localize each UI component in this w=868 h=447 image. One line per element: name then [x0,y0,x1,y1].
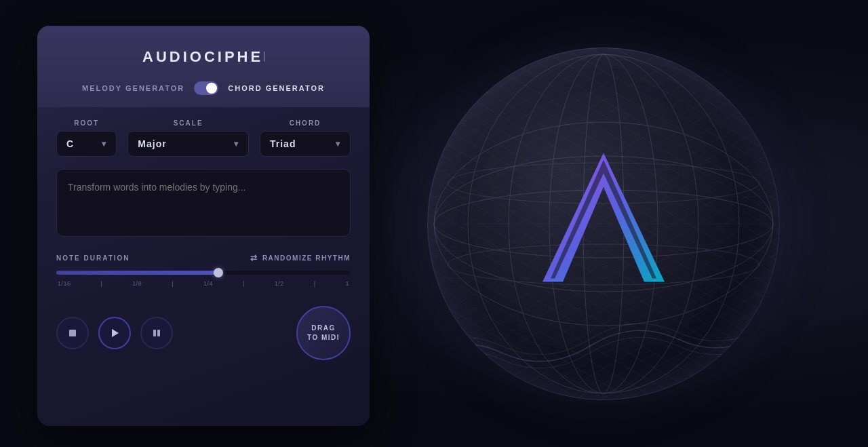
marker-1-2: 1/2 [275,280,284,287]
marker-1-8: 1/8 [132,280,142,287]
root-value: C [66,138,74,149]
svg-rect-17 [153,330,156,336]
marker-1-8-label: 1/8 [132,280,142,287]
stop-button[interactable] [56,317,89,349]
brand-logo: AUDIOCIPHER [142,45,264,71]
brand-logo-svg: AUDIOCIPHER [142,45,264,66]
svg-point-4 [448,244,760,285]
plugin-panel: AUDIOCIPHER MELODY GENERATOR CHORD GENER… [37,26,370,426]
svg-point-0 [434,190,773,258]
drag-to-midi-button[interactable]: DRAGTO MIDI [296,306,351,360]
panel-header: AUDIOCIPHER MELODY GENERATOR CHORD GENER… [37,26,370,107]
root-label: ROOT [56,119,117,127]
marker-tick-4: | [314,280,316,287]
marker-1-label: 1 [345,280,349,287]
pause-button[interactable] [140,317,173,349]
slider-track[interactable] [56,271,351,275]
svg-point-7 [509,54,698,393]
marker-1-16: 1/16 [58,280,71,287]
marker-1-16-label: 1/16 [58,280,71,287]
toggle-knob [206,83,217,94]
root-dropdown-group: ROOT C ▾ [56,119,117,157]
marker-tick-3-label: | [243,280,245,287]
mode-toggle[interactable] [194,81,218,95]
marker-tick-4-label: | [314,280,316,287]
scale-label: SCALE [127,119,249,127]
marker-tick-2-label: | [172,280,174,287]
melody-text-input[interactable] [56,169,351,237]
toggle-row: MELODY GENERATOR CHORD GENERATOR [82,81,325,95]
randomize-icon: ⇄ [250,253,258,263]
svg-point-1 [434,156,773,292]
randomize-rhythm-button[interactable]: ⇄ RANDOMIZE RHYTHM [250,253,351,263]
svg-point-8 [468,54,739,393]
root-chevron-icon: ▾ [102,139,106,149]
marker-tick-3: | [243,280,245,287]
melody-generator-label: MELODY GENERATOR [82,84,184,92]
slider-markers-row: 1/16 | 1/8 | 1/4 | 1/2 | [56,280,351,287]
note-duration-slider-container [56,271,351,275]
chord-chevron-icon: ▾ [336,139,340,149]
slider-fill [56,271,218,275]
svg-marker-16 [112,329,119,337]
note-duration-row: NOTE DURATION ⇄ RANDOMIZE RHYTHM [56,253,351,263]
svg-text:AUDIOCIPHER: AUDIOCIPHER [142,48,264,65]
playback-controls-row: DRAGTO MIDI [56,306,351,360]
root-dropdown[interactable]: C ▾ [56,131,117,157]
globe-waves [427,305,766,387]
marker-1-2-label: 1/2 [275,280,284,287]
slider-thumb[interactable] [214,268,223,277]
svg-rect-15 [69,330,76,336]
chord-dropdown-group: CHORD Triad ▾ [260,119,351,157]
marker-1-4-label: 1/4 [203,280,213,287]
lambda-logo [536,146,671,295]
stop-icon [68,328,77,338]
pause-icon [152,328,161,338]
drag-midi-label: DRAGTO MIDI [307,324,340,343]
scale-chevron-icon: ▾ [234,139,239,149]
play-icon [109,328,120,338]
svg-point-3 [448,163,760,203]
chord-label: CHORD [260,119,351,127]
chord-value: Triad [270,138,296,149]
scale-dropdown[interactable]: Major ▾ [127,131,249,157]
svg-rect-18 [157,330,160,336]
chord-generator-label: CHORD GENERATOR [228,84,325,92]
svg-point-2 [434,122,773,326]
svg-point-5 [583,54,624,393]
marker-tick-2: | [172,280,174,287]
globe-area [339,0,868,447]
marker-1-4: 1/4 [203,280,213,287]
globe-visual [427,47,780,400]
marker-tick-1: | [100,280,102,287]
dropdowns-row: ROOT C ▾ SCALE Major ▾ CHORD Triad ▾ [56,119,351,157]
note-duration-label: NOTE DURATION [56,254,130,262]
marker-tick-1-label: | [100,280,102,287]
panel-body: ROOT C ▾ SCALE Major ▾ CHORD Triad ▾ [37,107,370,372]
svg-point-6 [549,54,658,393]
scale-value: Major [138,138,166,149]
play-button[interactable] [98,317,131,349]
scale-dropdown-group: SCALE Major ▾ [127,119,249,157]
randomize-label: RANDOMIZE RHYTHM [262,254,351,262]
marker-1: 1 [345,280,349,287]
chord-dropdown[interactable]: Triad ▾ [260,131,351,157]
globe-mesh [427,47,780,400]
